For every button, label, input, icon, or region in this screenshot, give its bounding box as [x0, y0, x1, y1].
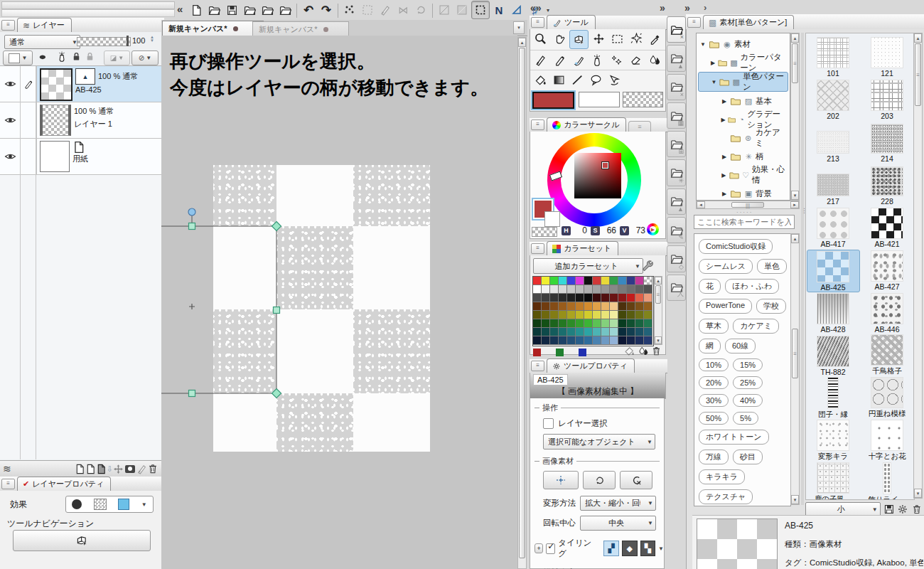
- canvas-vscrollbar[interactable]: ▴: [517, 37, 527, 569]
- material-thumb-変形キラ[interactable]: 変形キラ: [807, 420, 859, 462]
- bg-mini-swatch[interactable]: [544, 211, 560, 227]
- palette-color[interactable]: [567, 294, 576, 302]
- scatter-tone-button[interactable]: [341, 1, 358, 18]
- expand-strip-icon[interactable]: »: [660, 2, 665, 14]
- palette-color[interactable]: [593, 285, 601, 294]
- tab-color-slider[interactable]: ≡: [628, 121, 650, 132]
- palette-color[interactable]: [550, 277, 559, 285]
- replace-color-icon[interactable]: [624, 346, 635, 356]
- sv-marker[interactable]: [602, 162, 608, 169]
- tiling-mode-rotate[interactable]: ▚: [640, 541, 656, 556]
- palette-color[interactable]: [618, 336, 627, 345]
- layer-row-layer1[interactable]: 100 % 通常 レイヤー 1: [0, 102, 161, 139]
- material-thumb-AB-425[interactable]: AB-425: [807, 250, 860, 292]
- transparent-color-swatch[interactable]: [623, 92, 663, 107]
- tag-pill[interactable]: 30%: [699, 394, 729, 407]
- transfer-down-icon[interactable]: ⇩: [107, 464, 113, 474]
- palette-color[interactable]: [550, 302, 559, 311]
- palette-color[interactable]: [635, 311, 644, 319]
- tree-item-素材[interactable]: ▼◉素材: [698, 35, 788, 53]
- tab-tool-property[interactable]: ツールプロパティ: [547, 358, 635, 373]
- palette-color[interactable]: [627, 285, 635, 294]
- eye-icon[interactable]: [4, 152, 16, 161]
- palette-color[interactable]: [593, 277, 601, 285]
- palette-color[interactable]: [601, 277, 610, 285]
- scroll-thumb[interactable]: [519, 48, 525, 558]
- palette-color[interactable]: [601, 319, 610, 328]
- scroll-thumb[interactable]: |||: [731, 202, 764, 208]
- new-layer-settings-icon[interactable]: [85, 464, 96, 474]
- tree-arrow-icon[interactable]: ▶: [710, 60, 716, 66]
- palette-color[interactable]: [533, 311, 542, 319]
- tab-color-set[interactable]: カラーセット: [547, 241, 618, 255]
- recent-color-red[interactable]: [533, 349, 541, 356]
- palette-color[interactable]: [550, 311, 559, 319]
- material-thumb-101[interactable]: 101: [807, 36, 859, 78]
- transform-selection-overlay[interactable]: [161, 36, 517, 569]
- tag-pill[interactable]: カケアミ: [733, 319, 779, 334]
- material-shortcut-3d[interactable]: ◇: [667, 245, 686, 272]
- palette-color[interactable]: [533, 285, 542, 294]
- palette-color[interactable]: [635, 277, 644, 285]
- layer-thumbnail[interactable]: [40, 141, 70, 172]
- material-thumb-千鳥格子[interactable]: 千鳥格子: [861, 335, 913, 376]
- tree-hscrollbar[interactable]: ◂ ||| ▸: [696, 201, 800, 209]
- palette-color[interactable]: [576, 294, 584, 302]
- tool-gradient[interactable]: [550, 71, 568, 89]
- tree-item-カラーパターン[interactable]: ▶▩カラーパターン: [698, 53, 788, 72]
- material-thumb-202[interactable]: 202: [807, 79, 859, 120]
- more-icon[interactable]: ›: [704, 2, 707, 13]
- tab-list-button[interactable]: ▾: [513, 21, 525, 34]
- delete-material-icon[interactable]: [911, 504, 923, 515]
- palette-color[interactable]: [627, 336, 635, 345]
- palette-color[interactable]: [542, 294, 550, 302]
- collapse-left-icon[interactable]: «: [177, 3, 183, 15]
- tag-pill[interactable]: PowerTone: [699, 299, 752, 314]
- palette-color[interactable]: [567, 319, 576, 328]
- chevron-down-icon[interactable]: ▼: [141, 501, 147, 508]
- material-thumb-円重ね模様[interactable]: 円重ね模様: [861, 378, 913, 419]
- material-thumb-十字とお花[interactable]: 十字とお花: [861, 420, 913, 462]
- palette-color[interactable]: [601, 328, 610, 336]
- palette-color[interactable]: [618, 294, 627, 302]
- toolbar-overflow-icon[interactable]: ▾: [547, 7, 549, 14]
- palette-color[interactable]: [533, 302, 542, 311]
- scroll-thumb[interactable]: ≡: [792, 43, 798, 83]
- palette-color[interactable]: [576, 319, 584, 328]
- palette-color[interactable]: [618, 302, 627, 311]
- material-thumb-AB-446[interactable]: AB-446: [861, 292, 913, 334]
- alpha-spray-icon[interactable]: [57, 51, 68, 62]
- collapse-pair-icon[interactable]: «»: [530, 2, 542, 14]
- tree-item-効果・心情[interactable]: ▶♡効果・心情: [698, 166, 788, 184]
- combine-oval-icon[interactable]: ●: [38, 51, 47, 62]
- transform-rotate-button[interactable]: [412, 1, 429, 18]
- foreground-color-swatch[interactable]: [532, 92, 574, 109]
- tool-eyedropper[interactable]: [646, 30, 664, 48]
- tag-pill[interactable]: 学校: [756, 299, 786, 314]
- tiling-checkbox[interactable]: ✓: [546, 543, 555, 554]
- rotation-center-dropdown[interactable]: 中央▼: [580, 516, 656, 531]
- material-shortcut-color-pattern[interactable]: ▲: [667, 45, 686, 71]
- tool-hand[interactable]: [551, 30, 569, 48]
- tool-eraser[interactable]: [627, 51, 645, 69]
- tag-pill[interactable]: 花: [699, 279, 721, 294]
- palette-color[interactable]: [584, 319, 593, 328]
- apply-mask-icon[interactable]: [136, 464, 147, 474]
- tag-pill[interactable]: 草木: [699, 319, 729, 334]
- palette-color[interactable]: [559, 328, 567, 336]
- palette-color[interactable]: [576, 277, 584, 285]
- open-variant-button-2[interactable]: [259, 1, 276, 18]
- palette-color[interactable]: [584, 302, 593, 311]
- blend-mode-dropdown[interactable]: 通常▼: [4, 35, 80, 49]
- palette-color[interactable]: [635, 328, 644, 336]
- mask-icon[interactable]: [125, 465, 135, 473]
- tree-item-基本[interactable]: ▶▨基本: [698, 92, 788, 110]
- material-thumb-217[interactable]: 217: [807, 164, 859, 206]
- transform-pen-button[interactable]: [377, 1, 394, 18]
- palette-color[interactable]: [567, 328, 576, 336]
- material-thumb-AB-417[interactable]: AB-417: [807, 207, 859, 248]
- tag-pill[interactable]: シームレス: [699, 259, 753, 274]
- palette-color[interactable]: [533, 336, 542, 345]
- palette-color[interactable]: [559, 319, 567, 328]
- tag-pill[interactable]: ComicStudio収録: [699, 239, 773, 254]
